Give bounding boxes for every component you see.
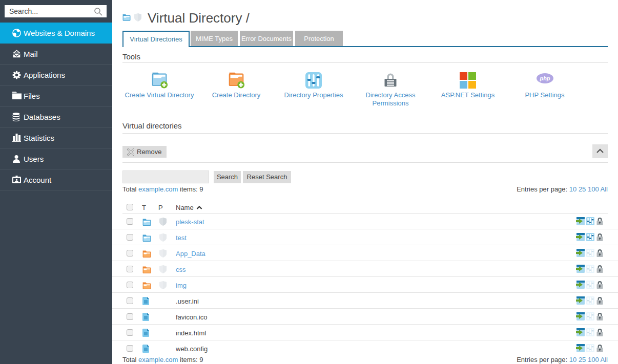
svg-text:php: php	[539, 75, 550, 81]
